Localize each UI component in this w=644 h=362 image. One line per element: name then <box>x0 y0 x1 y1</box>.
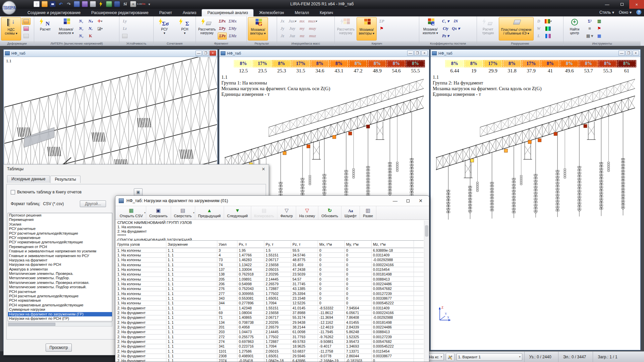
sum-mz-button[interactable]: ΣMz <box>227 33 237 40</box>
jx-button[interactable]: Jx <box>278 18 287 25</box>
mosaic-grid3-icon[interactable] <box>544 33 552 40</box>
table-row[interactable]: 2. На фундамент 1. 1 69 1.08004 2.15658 … <box>116 310 424 315</box>
table-row[interactable]: 1. На колонны 1. 1 4 1.47766 1.55151 34.… <box>116 253 424 257</box>
table-row[interactable]: 2. На фундамент 1. 1 341 0.223716 1.7094… <box>116 344 424 349</box>
table-row[interactable]: 1. На колонны 1. 1 73 1.46283 2.06717 48… <box>116 258 424 262</box>
list-item[interactable]: Усилия <box>8 222 112 227</box>
nds-schemes-button[interactable]: ↓ НДС схемы ▾ <box>1 17 21 41</box>
l-button[interactable]: L <box>534 33 543 40</box>
table-row[interactable]: 1. На колонны 1. 1 3 1.95 1.5 55.5 0 0 6… <box>116 248 424 253</box>
ly-button[interactable]: Ly <box>120 18 129 25</box>
app-logo[interactable]: ЛИРА <box>2 1 16 15</box>
expand-button[interactable]: Разве <box>360 206 376 220</box>
litera-calc-button[interactable]: N Расчет <box>35 17 55 41</box>
list-item[interactable]: Нагрузка на фрагмент <box>8 258 112 262</box>
minimize-icon[interactable]: — <box>619 51 625 56</box>
juz-button[interactable]: Juz <box>287 33 297 40</box>
ns-button[interactable]: Nₛ <box>86 18 95 25</box>
list-item[interactable]: РСН расчетные длительнодействующие <box>8 294 112 298</box>
cty-button[interactable]: Cty <box>441 25 450 32</box>
scrollbar-thumb[interactable] <box>8 323 55 326</box>
jux-button[interactable]: Jux <box>287 18 297 25</box>
crack-calc-button[interactable]: Расчет трещин <box>478 17 498 41</box>
tab-source-data[interactable]: Исходные данные <box>7 175 50 183</box>
ribbon-tab[interactable]: Железобетон <box>254 9 289 16</box>
minimize-button[interactable]: — <box>600 0 614 9</box>
include-report-checkbox[interactable] <box>11 190 15 194</box>
table-row[interactable]: 1. На колонны 1. 1 137 1.33004 2.05015 4… <box>116 267 424 272</box>
tools-hammer-icon[interactable] <box>446 353 454 361</box>
help-icon[interactable]: ? <box>636 10 641 15</box>
filter-button[interactable]: Фильтр <box>277 206 296 220</box>
layout-button[interactable]: Сверстать <box>171 206 195 220</box>
scheme-mode-combo[interactable]: На кс▾ <box>427 353 444 361</box>
list-item[interactable]: Главные и эквивалентные напряжения по РС… <box>8 254 112 258</box>
table-row[interactable]: 2. На фундамент 1. 1 2308 0.498901 1.650… <box>116 354 424 359</box>
close-button[interactable]: × <box>629 0 644 9</box>
list-item[interactable]: Перемещения от РСН <box>8 245 112 249</box>
muz-button[interactable]: muz <box>307 33 318 40</box>
list-item[interactable]: РСН нормативные длительнодействующие <box>8 303 112 307</box>
sum-pz-button[interactable]: ΣPz <box>218 33 227 40</box>
previous-button[interactable]: Предыдущий <box>195 206 224 220</box>
preview-button[interactable]: Просмотр <box>46 344 72 352</box>
table-row[interactable]: 1. На колонны 1. 1 206 0.54998 2.26579 3… <box>116 282 424 286</box>
ribbon-tab[interactable]: Создание и редактирование <box>22 9 86 16</box>
close-icon[interactable]: × <box>421 51 428 56</box>
other-format-button[interactable]: Другой... <box>80 200 106 207</box>
mosaic-vectors-button[interactable]: G Мозаика/ векторы ▾ <box>248 17 268 41</box>
close-icon[interactable]: × <box>210 51 216 56</box>
vertical-scrollbar[interactable] <box>424 221 429 362</box>
plate-icon[interactable]: ◪ <box>96 25 104 32</box>
mosaic-isofields-button[interactable]: Мозаика/ изополя ▾ <box>56 17 76 41</box>
mz-button[interactable]: mz <box>298 33 307 40</box>
my-button[interactable]: my <box>298 25 307 32</box>
column-header[interactable]: Px, т <box>237 241 264 248</box>
tables-dialog-titlebar[interactable]: Таблицы ✕ <box>4 165 269 173</box>
copy-button[interactable]: Копировать <box>251 206 277 220</box>
column-header[interactable]: Узел <box>217 241 237 248</box>
ribbon-tab[interactable]: Анализ <box>177 9 202 16</box>
next-button[interactable]: Следующий <box>224 206 251 220</box>
restore-icon[interactable]: ❐ <box>626 51 632 56</box>
list-item[interactable]: РСН нормативные <box>8 298 112 303</box>
restore-icon[interactable]: ❐ <box>203 51 209 56</box>
table-row[interactable]: 1. На колонны 1. 1 343 0.553081 1.65051 … <box>116 296 424 301</box>
list-item[interactable]: Металлические элементы. Подбор. <box>8 276 112 280</box>
list-item[interactable]: РСН расчетные <box>8 290 112 294</box>
table-row[interactable]: 2. На фундамент 1. 1 274 0.697863 1.7288… <box>116 340 424 344</box>
tables-list[interactable]: Протокол решенияПеремещенияУсилияРСУ рас… <box>8 213 112 321</box>
list-item[interactable]: РСУ нормативные длительнодействующие <box>8 240 112 244</box>
list-item[interactable]: Арматура в элементах <box>8 267 112 272</box>
d-button[interactable]: D <box>534 18 543 25</box>
brick-sum-icon[interactable]: ΣP <box>377 18 386 25</box>
sum-squared-icon[interactable]: Σ² <box>585 18 594 25</box>
frame-scheme-icon[interactable] <box>22 18 31 25</box>
list-item[interactable]: Нагрузки на фрагмент по РСН <box>8 262 112 267</box>
ribbon-tab[interactable]: Металл <box>289 9 314 16</box>
table-list-icon[interactable]: ▤ ▾ <box>585 33 594 40</box>
model-window-1-titlebar[interactable]: НФ_таб — ❐ × <box>4 50 217 57</box>
juy-button[interactable]: Juy <box>287 25 297 32</box>
rsn-button[interactable]: Σ РСН ▾ <box>175 17 195 41</box>
sum-my-button[interactable]: ΣMy <box>227 25 237 32</box>
model-view[interactable]: 8%8%17%8%17%8%8%8%8%8% 6.441929.931.837.… <box>431 57 640 350</box>
minimize-icon[interactable]: — <box>196 51 202 56</box>
model-window-3[interactable]: НФ_таб — ❐ × 8%8%17%8%17%8%8%8%8%8% 6.44… <box>430 49 641 350</box>
buckling-form-icon[interactable] <box>120 33 129 40</box>
table-row[interactable]: 1. На колонны 1. 1 276 0.752043 1.72887 … <box>116 287 424 291</box>
muy-button[interactable]: muy <box>307 25 318 32</box>
maximize-icon[interactable] <box>403 198 413 203</box>
ribbon-tab[interactable]: Кирпич <box>314 9 338 16</box>
window-menu[interactable]: Окно ▾ <box>619 10 632 15</box>
list-item[interactable]: Протокол решения <box>8 213 112 218</box>
table-row[interactable]: 2. На фундамент 1. 1 201 0.4958 2.26579 … <box>116 325 424 330</box>
frame-scheme2-icon[interactable] <box>22 25 31 32</box>
mx-button[interactable]: mx <box>298 18 307 25</box>
subgrade-mosaic-button[interactable]: C Мозаика/ изополя ▾ <box>420 17 440 41</box>
ribbon-tab[interactable]: Расчет <box>154 9 177 16</box>
flag-icon[interactable]: ⚑ <box>595 25 603 32</box>
qx-button[interactable]: Qx ▾ <box>451 25 461 32</box>
list-item[interactable]: Металлические элементы. Проверка итогова… <box>8 281 112 285</box>
close-icon[interactable]: ✕ <box>262 167 265 172</box>
